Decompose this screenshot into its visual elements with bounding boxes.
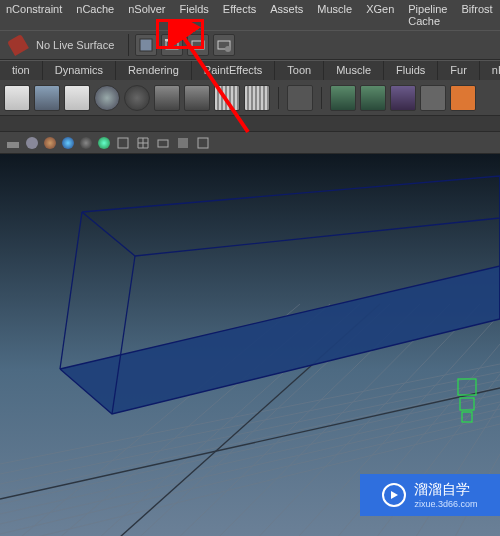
separator	[128, 34, 129, 56]
shelftab-tion[interactable]: tion	[0, 61, 43, 80]
grid-toggle-icon[interactable]	[136, 136, 150, 150]
svg-line-19	[0, 372, 500, 474]
svg-rect-3	[169, 39, 172, 41]
menu-nsolver[interactable]: nSolver	[128, 3, 165, 27]
watermark-sub: zixue.3d66.com	[414, 499, 477, 509]
svg-point-6	[225, 46, 231, 52]
resolution-gate-icon[interactable]	[176, 136, 190, 150]
svg-rect-11	[198, 138, 208, 148]
shelf-tabs: tion Dynamics Rendering PaintEffects Too…	[0, 60, 500, 80]
svg-rect-9	[158, 140, 168, 147]
shelftab-fur[interactable]: Fur	[438, 61, 480, 80]
shelf-separator2	[321, 87, 322, 109]
panel-menubar	[0, 116, 500, 132]
menu-nconstraint[interactable]: nConstraint	[6, 3, 62, 27]
gate-mask-icon[interactable]	[196, 136, 210, 150]
camera-select-icon[interactable]	[6, 136, 20, 150]
render-settings-button[interactable]	[213, 34, 235, 56]
viewport-toolbar	[0, 132, 500, 154]
shelftab-painteffects[interactable]: PaintEffects	[192, 61, 276, 80]
menu-xgen[interactable]: XGen	[366, 3, 394, 27]
play-icon	[382, 483, 406, 507]
shelftab-nhair[interactable]: nHair	[480, 61, 500, 80]
isolate-select-icon[interactable]	[116, 136, 130, 150]
film-gate-icon[interactable]	[156, 136, 170, 150]
watermark-title: 溜溜自学	[414, 481, 477, 499]
shade-textured-icon[interactable]	[44, 137, 56, 149]
svg-line-31	[410, 404, 500, 536]
menu-effects[interactable]: Effects	[223, 3, 256, 27]
menu-fields[interactable]: Fields	[179, 3, 208, 27]
svg-rect-7	[7, 142, 19, 148]
watermark-badge: 溜溜自学 zixue.3d66.com	[360, 474, 500, 516]
fluid-emitter-icon[interactable]	[360, 85, 386, 111]
main-menubar: nConstraint nCache nSolver Fields Effect…	[0, 0, 500, 30]
ipr-render-button[interactable]	[187, 34, 209, 56]
svg-rect-2	[165, 39, 168, 41]
menu-pipeline-cache[interactable]: Pipeline Cache	[408, 3, 447, 27]
shade-light-icon[interactable]	[62, 137, 74, 149]
shelf-bar	[0, 80, 500, 116]
fur-attach-icon[interactable]	[420, 85, 446, 111]
fluid-ocean-icon[interactable]	[390, 85, 416, 111]
svg-line-36	[60, 212, 82, 369]
menu-assets[interactable]: Assets	[270, 3, 303, 27]
svg-rect-4	[192, 41, 204, 49]
shelftab-toon[interactable]: Toon	[275, 61, 324, 80]
status-toolbar: No Live Surface	[0, 30, 500, 60]
select-tool-icon[interactable]	[287, 85, 313, 111]
shade-xray-icon[interactable]	[98, 137, 110, 149]
shelf-separator	[278, 87, 279, 109]
fur-preset-icon[interactable]	[450, 85, 476, 111]
ncloth-remove-icon[interactable]	[64, 85, 90, 111]
magnet-icon[interactable]	[7, 34, 29, 56]
menu-muscle[interactable]: Muscle	[317, 3, 352, 27]
shelftab-rendering[interactable]: Rendering	[116, 61, 192, 80]
nrigid-icon[interactable]	[124, 85, 150, 111]
menu-bifrost[interactable]: Bifrost	[461, 3, 492, 27]
cache-geom-icon[interactable]	[244, 85, 270, 111]
svg-rect-1	[166, 41, 178, 49]
svg-marker-35	[60, 266, 500, 414]
fluid-container-icon[interactable]	[330, 85, 356, 111]
menu-ncache[interactable]: nCache	[76, 3, 114, 27]
shelftab-muscle[interactable]: Muscle	[324, 61, 384, 80]
shelftab-dynamics[interactable]: Dynamics	[43, 61, 116, 80]
paint-attr-icon[interactable]	[184, 85, 210, 111]
nparticle-icon[interactable]	[94, 85, 120, 111]
paint-weights-icon[interactable]	[154, 85, 180, 111]
cache-icon[interactable]	[214, 85, 240, 111]
shade-mode-icon[interactable]	[26, 137, 38, 149]
shade-wireframe-icon[interactable]	[80, 137, 92, 149]
render-region-button[interactable]	[161, 34, 183, 56]
svg-rect-10	[178, 138, 188, 148]
no-live-surface-label: No Live Surface	[36, 39, 114, 51]
shelftab-fluids[interactable]: Fluids	[384, 61, 438, 80]
render-frame-button[interactable]	[135, 34, 157, 56]
ncloth-create-icon[interactable]	[4, 85, 30, 111]
svg-rect-0	[140, 39, 152, 51]
svg-rect-8	[118, 138, 128, 148]
ncloth-passive-icon[interactable]	[34, 85, 60, 111]
